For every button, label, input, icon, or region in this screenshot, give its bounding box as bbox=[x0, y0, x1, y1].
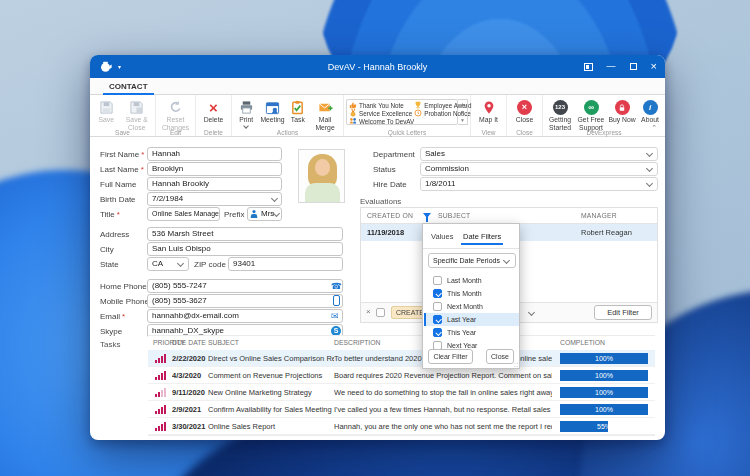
task-row[interactable]: 9/11/2020 New Online Marketing Strategy … bbox=[148, 384, 655, 401]
gallery-up-icon[interactable]: ▲ bbox=[460, 102, 465, 106]
save-button[interactable]: Save bbox=[92, 97, 121, 124]
filter-option-this-year[interactable]: This Year bbox=[424, 326, 519, 339]
state-label: State bbox=[100, 260, 119, 269]
task-clipboard-icon bbox=[290, 99, 305, 116]
titlebar[interactable]: DevAV - Hannah Brookly ▾ — × bbox=[90, 55, 665, 78]
email-field[interactable]: hannahb@dx-email.com bbox=[147, 309, 343, 323]
last-name-label: Last Name* bbox=[100, 165, 144, 174]
quick-letter-thank-you-note[interactable]: Thank You Note bbox=[349, 101, 414, 109]
city-label: City bbox=[100, 245, 114, 254]
priority-bars-icon bbox=[148, 353, 172, 363]
column-subject[interactable]: SUBJECT bbox=[438, 212, 470, 219]
close-window-button[interactable]: × bbox=[651, 62, 657, 71]
trophy-icon bbox=[414, 101, 422, 109]
getting-started-button[interactable]: 123 Getting Started bbox=[545, 97, 575, 131]
zip-field[interactable]: 93401 bbox=[228, 257, 343, 271]
status-field[interactable]: Commission bbox=[420, 162, 658, 176]
home-phone-field[interactable]: (805) 555-7247 bbox=[147, 279, 343, 293]
task-button[interactable]: Task bbox=[287, 97, 310, 124]
checkbox[interactable] bbox=[433, 328, 442, 337]
phone-icon: ☎ bbox=[331, 281, 342, 291]
filter-option-last-year[interactable]: Last Year bbox=[424, 313, 519, 326]
task-description: Board requires 2020 Revenue Projection R… bbox=[334, 371, 552, 380]
about-button[interactable]: i About bbox=[637, 97, 663, 124]
close-record-button[interactable]: × Close bbox=[509, 97, 540, 124]
task-row[interactable]: 4/3/2020 Comment on Revenue Projections … bbox=[148, 367, 655, 384]
quick-letter-service-excellence[interactable]: Service Excellence bbox=[349, 109, 414, 117]
address-field[interactable]: 536 Marsh Street bbox=[147, 227, 343, 241]
quick-letter-welcome[interactable]: Welcome To DevAV bbox=[349, 117, 414, 125]
task-row[interactable]: 2/9/2021 Confirm Availability for Sales … bbox=[148, 401, 655, 418]
edit-filter-button[interactable]: Edit Filter bbox=[594, 305, 652, 320]
filter-funnel-icon[interactable] bbox=[423, 213, 431, 218]
clear-filter-button[interactable]: Clear Filter bbox=[428, 349, 473, 364]
save-and-close-button[interactable]: Save & Close bbox=[121, 97, 153, 131]
task-row[interactable]: 3/30/2021 Online Sales Report Hannah, yo… bbox=[148, 418, 655, 435]
mail-merge-button[interactable]: Mail Merge bbox=[309, 97, 341, 131]
meeting-button[interactable]: Meeting bbox=[258, 97, 286, 124]
minimize-button[interactable]: — bbox=[607, 62, 616, 71]
last-name-field[interactable]: Brooklyn bbox=[147, 162, 282, 176]
medal-icon bbox=[349, 109, 357, 117]
column-manager[interactable]: MANAGER bbox=[581, 212, 617, 219]
filter-enabled-checkbox[interactable] bbox=[376, 308, 385, 317]
buy-now-button[interactable]: Buy Now bbox=[607, 97, 637, 124]
map-it-button[interactable]: Map It bbox=[473, 97, 504, 124]
task-row[interactable]: 2/22/2020 Direct vs Online Sales Compari… bbox=[148, 350, 655, 367]
ribbon: Save Save & Close Save Reset Changes Edi… bbox=[90, 95, 665, 137]
task-due-date: 2/22/2020 bbox=[172, 354, 208, 363]
checkbox[interactable] bbox=[433, 289, 442, 298]
checkbox[interactable] bbox=[433, 302, 442, 311]
get-free-support-button[interactable]: ∞ Get Free Support bbox=[575, 97, 607, 131]
popup-resize-grip[interactable]: ∷ bbox=[514, 361, 518, 368]
popup-close-button[interactable]: Close bbox=[486, 349, 514, 364]
save-icon bbox=[99, 99, 114, 116]
full-name-field[interactable]: Hannah Brookly bbox=[147, 177, 282, 191]
task-subject: Online Sales Report bbox=[208, 422, 334, 431]
priority-bars-icon bbox=[148, 421, 172, 431]
filter-option-this-month[interactable]: This Month bbox=[424, 287, 519, 300]
reset-changes-button[interactable]: Reset Changes bbox=[158, 97, 193, 131]
remove-filter-icon[interactable]: × bbox=[366, 308, 371, 316]
city-field[interactable]: San Luis Obispo bbox=[147, 242, 343, 256]
print-dropdown-icon[interactable] bbox=[243, 123, 249, 129]
checkbox[interactable] bbox=[433, 276, 442, 285]
filter-option-next-month[interactable]: Next Month bbox=[424, 300, 519, 313]
maximize-button[interactable] bbox=[630, 63, 637, 70]
task-due-date: 3/30/2021 bbox=[172, 422, 208, 431]
print-button[interactable]: Print bbox=[234, 97, 258, 128]
hire-date-field[interactable]: 1/8/2011 bbox=[420, 177, 658, 191]
column-completion[interactable]: COMPLETION bbox=[552, 339, 655, 346]
layout-options-icon[interactable] bbox=[584, 63, 593, 71]
gallery-down-icon[interactable]: ▼ bbox=[460, 110, 465, 114]
tab-date-filters[interactable]: Date Filters bbox=[463, 232, 501, 241]
first-name-field[interactable]: Hannah bbox=[147, 147, 282, 161]
department-field[interactable]: Sales bbox=[420, 147, 658, 161]
tab-values[interactable]: Values bbox=[431, 232, 453, 241]
completion-bar: 100% bbox=[560, 404, 648, 415]
title-field[interactable]: Online Sales Manager bbox=[147, 207, 220, 221]
task-subject: Comment on Revenue Projections bbox=[208, 371, 334, 380]
priority-bars-icon bbox=[148, 404, 172, 414]
checkbox[interactable] bbox=[433, 315, 442, 324]
column-due-date[interactable]: DUE DATE bbox=[172, 339, 208, 346]
filter-dropdown-icon[interactable] bbox=[528, 309, 535, 316]
birth-date-field[interactable]: 7/2/1984 bbox=[147, 192, 282, 206]
filter-option-last-month[interactable]: Last Month bbox=[424, 274, 519, 287]
task-subject: Confirm Availability for Sales Meeting bbox=[208, 405, 334, 414]
collapse-ribbon-button[interactable]: ⌃ bbox=[651, 124, 657, 132]
column-subject[interactable]: SUBJECT bbox=[208, 339, 334, 346]
quick-access-arrow-icon[interactable]: ▾ bbox=[118, 63, 121, 70]
address-label: Address bbox=[100, 230, 129, 239]
column-created-on[interactable]: CREATED ON bbox=[367, 212, 413, 219]
evaluation-created-on: 11/19/2018 bbox=[367, 228, 404, 237]
tab-contact[interactable]: CONTACT bbox=[103, 80, 154, 94]
delete-button[interactable]: × Delete bbox=[198, 97, 229, 124]
devav-logo-icon bbox=[99, 60, 112, 73]
date-filter-popup: Values Date Filters Specific Date Period… bbox=[422, 223, 520, 369]
undo-icon bbox=[168, 99, 183, 116]
ribbon-group-delete: × Delete Delete bbox=[196, 95, 232, 136]
mobile-phone-field[interactable]: (805) 555-3627 bbox=[147, 294, 343, 308]
column-priority[interactable]: PRIORITY bbox=[148, 339, 172, 346]
gallery-dropdown-icon[interactable]: ▼ bbox=[460, 118, 465, 122]
